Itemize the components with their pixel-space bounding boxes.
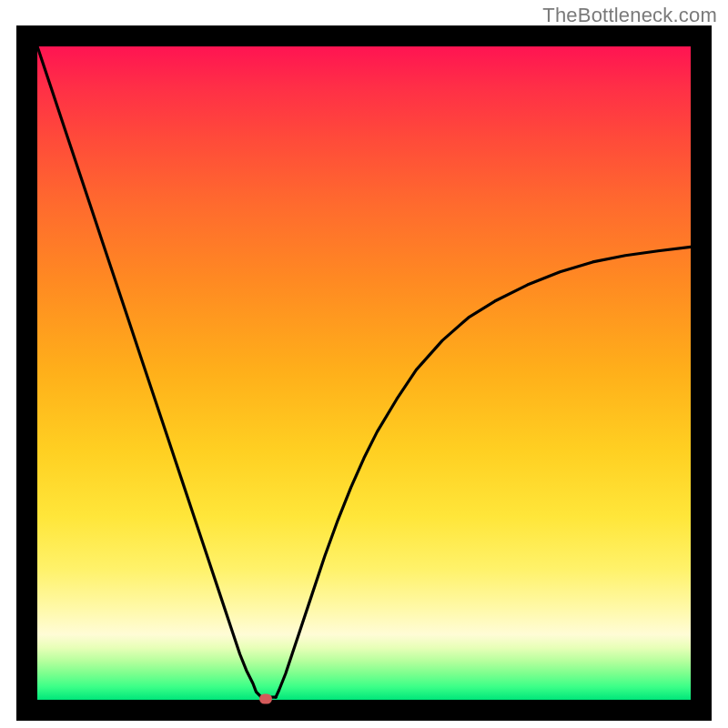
bottleneck-curve (37, 46, 691, 700)
optimal-point-marker (259, 693, 272, 703)
watermark-text: TheBottleneck.com (542, 4, 717, 27)
chart-frame (16, 25, 712, 721)
plot-area (37, 46, 691, 700)
chart-container: TheBottleneck.com (0, 0, 728, 728)
